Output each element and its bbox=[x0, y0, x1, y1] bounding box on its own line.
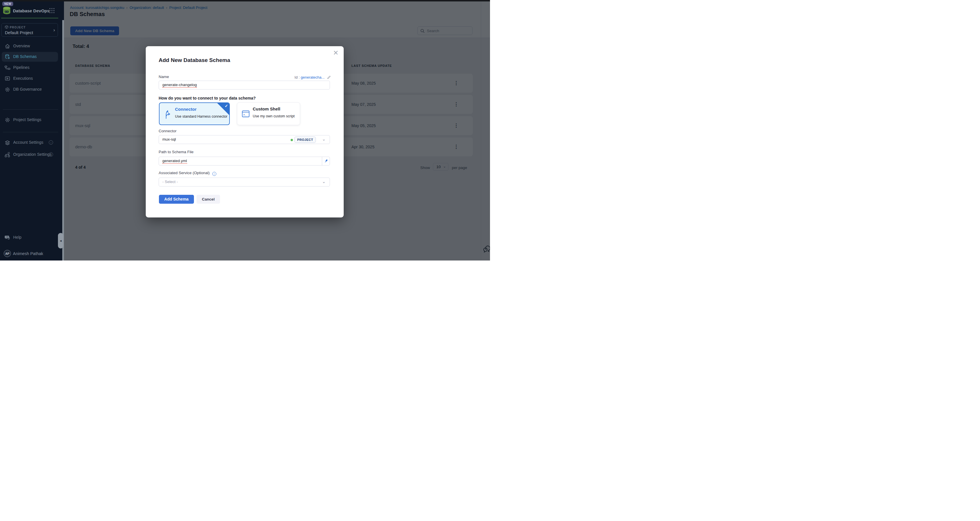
option-subtitle: Use standard Harness connector bbox=[175, 115, 228, 118]
sidebar-item-executions[interactable]: Executions bbox=[2, 74, 58, 83]
branch-arrows-icon bbox=[164, 109, 172, 120]
add-schema-button[interactable]: Add Schema bbox=[159, 195, 194, 204]
sidebar-item-organization-settings[interactable]: Organization Settings i bbox=[2, 150, 58, 159]
sidebar-item-db-governance[interactable]: DB Governance bbox=[2, 84, 58, 94]
option-title: Custom Shell bbox=[253, 107, 280, 111]
project-selector[interactable]: PROJECT Default Project › bbox=[2, 23, 58, 37]
sidebar-item-account-settings[interactable]: Account Settings i bbox=[2, 138, 58, 147]
path-input-value: generated.yml bbox=[162, 159, 187, 164]
service-placeholder: - Select - bbox=[162, 180, 178, 184]
avatar[interactable]: AP bbox=[4, 250, 11, 257]
connector-label: Connector bbox=[159, 129, 177, 133]
sidebar-divider bbox=[3, 109, 58, 110]
chevron-down-icon: ⌄ bbox=[322, 137, 326, 142]
name-input[interactable]: generate-changelog bbox=[159, 81, 330, 89]
sidebar-item-label: Project Settings bbox=[13, 117, 41, 122]
user-name[interactable]: Animesh Pathak bbox=[13, 251, 43, 256]
terminal-icon: >_ bbox=[242, 110, 250, 119]
product-name: Database DevOps bbox=[13, 8, 49, 13]
sidebar-item-label: DB Governance bbox=[13, 87, 42, 91]
option-title: Connector bbox=[175, 107, 197, 112]
collapse-triangle-icon: ◀ bbox=[60, 239, 61, 242]
sidebar-item-label: Organization Settings bbox=[13, 152, 52, 157]
gear-icon bbox=[5, 117, 10, 123]
check-icon: ✓ bbox=[224, 104, 228, 108]
svg-text:>_: >_ bbox=[243, 113, 247, 116]
project-scope-label: PROJECT bbox=[10, 26, 26, 29]
org-chart-gear-icon bbox=[5, 152, 10, 158]
option-card-custom-shell[interactable]: >_ Custom Shell Use my own custom script bbox=[237, 102, 300, 125]
schema-id-row: Id : generatecha... bbox=[294, 75, 331, 80]
sidebar-divider bbox=[3, 132, 58, 132]
sidebar-scrollbar[interactable] bbox=[62, 20, 64, 260]
status-dot bbox=[291, 139, 293, 141]
sidebar-item-db-schemas[interactable]: DB Schemas bbox=[2, 52, 58, 62]
connector-value: mux-sql bbox=[162, 137, 176, 142]
cube-icon bbox=[5, 25, 9, 30]
app-grid-icon[interactable] bbox=[49, 8, 55, 15]
scope-chip: PROJECT bbox=[294, 137, 316, 143]
id-prefix: Id : bbox=[294, 75, 300, 80]
project-name: Default Project bbox=[5, 30, 33, 35]
database-devops-logo-icon[interactable] bbox=[2, 6, 11, 16]
chevron-right-icon: › bbox=[53, 27, 55, 33]
sidebar-item-label: Help bbox=[13, 235, 22, 239]
db-schema-icon bbox=[5, 54, 10, 60]
sidebar-item-label: DB Schemas bbox=[13, 54, 37, 59]
chevron-down-icon: ⌄ bbox=[322, 179, 326, 184]
modal-title: Add New Database Schema bbox=[159, 57, 230, 64]
pin-button[interactable] bbox=[322, 157, 329, 165]
sidebar-item-project-settings[interactable]: Project Settings bbox=[2, 115, 58, 125]
sidebar-collapse-handle[interactable]: ◀ bbox=[58, 233, 64, 249]
browser-top-strip bbox=[0, 0, 490, 2]
home-icon bbox=[5, 43, 10, 49]
executions-icon bbox=[5, 76, 10, 81]
sidebar-item-label: Account Settings bbox=[13, 140, 43, 145]
svg-text:?: ? bbox=[6, 236, 8, 238]
name-label: Name bbox=[159, 75, 169, 79]
info-icon[interactable]: i bbox=[49, 152, 53, 157]
service-label: Associated Service (Optional) bbox=[159, 171, 210, 175]
sidebar-item-overview[interactable]: Overview bbox=[2, 41, 58, 51]
governance-gear-icon bbox=[5, 87, 10, 92]
sidebar: NEW Database DevOps PROJECT Default Proj… bbox=[0, 0, 64, 260]
sidebar-item-pipelines[interactable]: Pipelines bbox=[2, 63, 58, 73]
option-subtitle: Use my own custom script bbox=[253, 114, 294, 118]
sidebar-item-help[interactable]: ? Help bbox=[2, 233, 58, 242]
pin-icon bbox=[324, 159, 328, 163]
connector-select[interactable]: mux-sql PROJECT ⌄ bbox=[159, 135, 330, 144]
connect-question: How do you want to connect to your data … bbox=[159, 96, 256, 100]
service-select[interactable]: - Select - ⌄ bbox=[159, 178, 330, 186]
service-label-row: Associated Service (Optional) i bbox=[159, 171, 216, 175]
sidebar-item-label: Overview bbox=[13, 44, 30, 48]
add-schema-modal: ✕ Add New Database Schema Name Id : gene… bbox=[146, 46, 344, 217]
layers-gear-icon bbox=[5, 140, 10, 145]
name-input-value: generate-changelog bbox=[162, 83, 197, 88]
close-icon[interactable]: ✕ bbox=[333, 49, 339, 57]
help-chat-icon: ? bbox=[5, 235, 10, 241]
option-card-connector[interactable]: Connector Use standard Harness connector… bbox=[159, 102, 230, 125]
edit-pencil-icon[interactable] bbox=[327, 76, 331, 80]
info-icon[interactable]: i bbox=[212, 172, 216, 176]
id-value-link[interactable]: generatecha... bbox=[301, 75, 325, 80]
sidebar-item-label: Executions bbox=[13, 76, 33, 81]
path-label: Path to Schema File bbox=[159, 150, 194, 154]
new-badge: NEW bbox=[2, 2, 13, 6]
info-icon[interactable]: i bbox=[49, 140, 53, 145]
path-input[interactable]: generated.yml bbox=[159, 157, 330, 166]
brand-divider bbox=[1, 18, 58, 18]
pipelines-icon bbox=[5, 65, 10, 70]
sidebar-item-label: Pipelines bbox=[13, 65, 30, 70]
cancel-button[interactable]: Cancel bbox=[197, 195, 220, 204]
